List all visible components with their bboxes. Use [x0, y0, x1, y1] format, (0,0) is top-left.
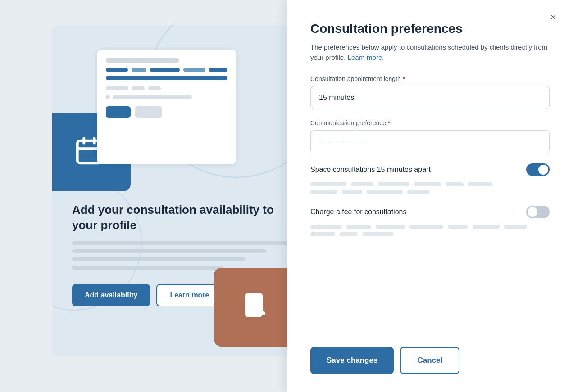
mockup-btn-gray: [135, 106, 162, 118]
appointment-length-label: Consultation appointment length *: [310, 75, 550, 82]
charge-fee-label: Charge a fee for consultations: [310, 208, 406, 216]
mockup-dot-3: [148, 86, 161, 90]
close-icon: ×: [550, 12, 556, 23]
left-heading: Add your consultation availability to yo…: [72, 203, 288, 233]
required-star-2: *: [388, 119, 390, 126]
space-consultations-section: Space consultations 15 minutes apart ✓: [310, 163, 550, 202]
mockup-dot-2: [132, 86, 145, 90]
scene: Add your consultation availability to yo…: [0, 0, 573, 392]
skeleton-line-1: [72, 241, 288, 245]
learn-more-button[interactable]: Learn more: [156, 284, 223, 306]
modal-subtitle: The preferences below apply to consultat…: [310, 42, 550, 63]
space-consultations-row: Space consultations 15 minutes apart ✓: [310, 163, 550, 176]
close-button[interactable]: ×: [546, 10, 560, 24]
appointment-length-input[interactable]: [310, 86, 550, 109]
modal-footer: Save changes Cancel: [310, 336, 550, 374]
cancel-button[interactable]: Cancel: [400, 347, 459, 374]
svg-rect-4: [246, 294, 262, 316]
skeleton-line-2: [72, 249, 267, 253]
communication-preference-input[interactable]: [310, 130, 550, 153]
document-icon: [241, 292, 270, 323]
mockup-dot-1: [106, 86, 128, 90]
add-availability-button[interactable]: Add availability: [72, 284, 150, 306]
mockup-btn-blue: [106, 106, 131, 118]
skeleton-line-4: [72, 266, 223, 270]
mockup-check-row-1: [106, 95, 227, 99]
modal-title: Consultation preferences: [310, 22, 550, 36]
mockup-buttons: [106, 106, 227, 118]
toggle-slider-on: ✓: [526, 163, 550, 176]
fee-skeleton-rows: [310, 225, 550, 236]
doc-card: [214, 268, 291, 347]
mockup-card: [97, 50, 236, 164]
space-consultations-toggle[interactable]: ✓: [526, 163, 550, 176]
appointment-length-field: Consultation appointment length *: [310, 75, 550, 109]
skeleton-line-3: [72, 257, 245, 261]
space-skeleton-rows: [310, 182, 550, 194]
save-changes-button[interactable]: Save changes: [310, 347, 394, 374]
modal-subtitle-link[interactable]: Learn more.: [348, 54, 384, 61]
toggle-knob-off: [528, 207, 537, 217]
charge-fee-toggle[interactable]: [526, 206, 550, 218]
charge-fee-row: Charge a fee for consultations: [310, 206, 550, 218]
mockup-bar-1: [106, 58, 179, 63]
toggle-slider-off: [526, 206, 550, 218]
required-star-1: *: [403, 75, 405, 82]
modal-panel: × Consultation preferences The preferenc…: [287, 0, 573, 392]
skeleton-lines: [72, 241, 288, 270]
communication-preference-field: Communication preference *: [310, 119, 550, 153]
communication-preference-label: Communication preference *: [310, 119, 550, 126]
modal-subtitle-text: The preferences below apply to consultat…: [310, 43, 547, 61]
left-panel: Add your consultation availability to yo…: [52, 25, 291, 356]
space-consultations-label: Space consultations 15 minutes apart: [310, 166, 431, 174]
toggle-knob-on: ✓: [538, 165, 548, 175]
charge-fee-section: Charge a fee for consultations: [310, 206, 550, 244]
